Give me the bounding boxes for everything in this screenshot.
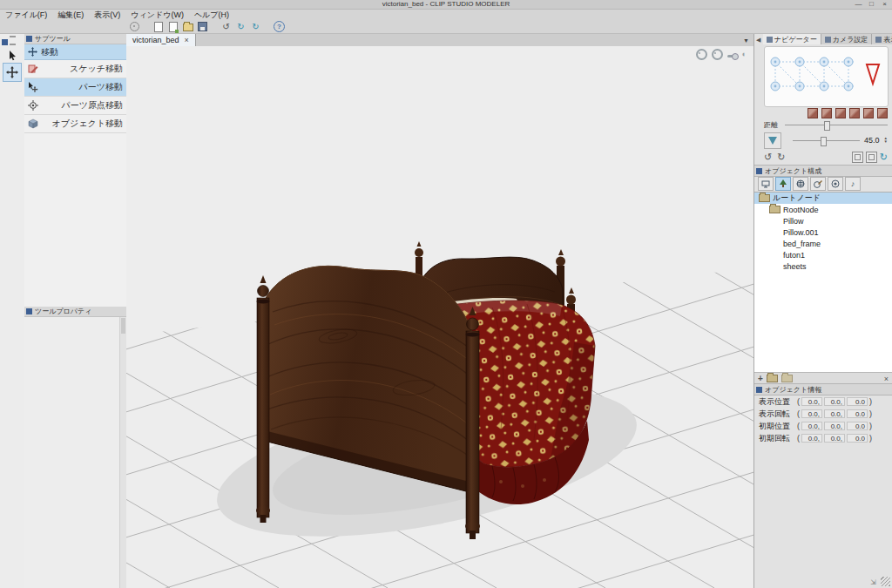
tree-item-bed-frame[interactable]: bed_frame — [754, 238, 892, 249]
3d-scene — [126, 46, 753, 588]
subtool-panel-header[interactable]: サブツール — [24, 34, 126, 44]
subtool-item-object-move[interactable]: オブジェクト移動 — [24, 115, 126, 133]
material-filter-button[interactable] — [810, 177, 826, 191]
subtool-label: スケッチ移動 — [70, 63, 123, 75]
folder-icon — [759, 194, 770, 202]
tool-property-scrollbar[interactable] — [119, 317, 126, 588]
object-info-header[interactable]: オブジェクト情報 — [754, 383, 892, 395]
angle-row: 45.0 ▲ ▼ — [764, 132, 888, 149]
menu-view[interactable]: 表示(V) — [89, 10, 125, 20]
add-node-icon[interactable]: + — [758, 374, 763, 383]
object-composition-header[interactable]: オブジェクト構成 — [754, 165, 892, 177]
reset-view-icon[interactable] — [866, 152, 877, 163]
value-z: 0.0 — [847, 434, 868, 443]
camera-icon — [825, 37, 831, 43]
fit-view-icon[interactable] — [852, 152, 863, 163]
subtool-item-parts-origin-move[interactable]: パーツ原点移動 — [24, 97, 126, 115]
minimize-button[interactable]: — — [853, 0, 864, 9]
menu-file[interactable]: ファイル(F) — [0, 10, 52, 20]
maximize-button[interactable]: □ — [866, 0, 877, 9]
tree-item-futon1[interactable]: futon1 — [754, 249, 892, 260]
distance-slider[interactable] — [785, 121, 888, 129]
toggle-icon[interactable] — [727, 55, 738, 57]
distance-row: 距離 — [764, 120, 888, 130]
info-label: 表示位置 — [759, 396, 795, 408]
mesh-filter-button[interactable] — [793, 177, 808, 191]
tree-toolbar: + × — [754, 372, 892, 384]
tool-strip-header — [0, 34, 24, 47]
tree-item-rootnode[interactable]: RootNode — [754, 204, 892, 215]
save-icon[interactable] — [197, 21, 208, 32]
tab-label: ナビゲーター — [774, 35, 817, 44]
viewport-3d[interactable]: ◐ — [126, 46, 753, 588]
resize-arrow-icon[interactable]: ⇲ — [870, 578, 876, 586]
close-button[interactable]: × — [879, 0, 890, 9]
camera-preset-cube-icon[interactable] — [835, 108, 846, 118]
resize-grip[interactable] — [881, 577, 890, 586]
tab-display-settings[interactable]: 表示設定 — [872, 34, 892, 44]
menu-window[interactable]: ウィンドウ(W) — [125, 10, 189, 20]
angle-spinner[interactable]: ▲ ▼ — [884, 137, 888, 144]
operate-tool-button[interactable] — [3, 46, 21, 64]
tree-item-pillow-001[interactable]: Pillow.001 — [754, 226, 892, 238]
gear-icon[interactable] — [696, 49, 707, 60]
move-tool-button[interactable] — [3, 63, 22, 82]
new-file-icon[interactable] — [152, 21, 164, 32]
undo-view-icon[interactable]: ↺ — [764, 152, 772, 162]
rotate-view-icon[interactable]: ↻ — [880, 152, 888, 162]
tab-navigator[interactable]: ナビゲーター — [763, 34, 821, 44]
redo-icon[interactable]: ↻ — [235, 21, 247, 32]
tool-property-header[interactable]: ツールプロパティ — [24, 307, 126, 317]
menu-help[interactable]: ヘルプ(H) — [189, 10, 234, 20]
undo-icon[interactable]: ↺ — [220, 21, 232, 32]
collapse-panel-icon[interactable]: ◀ — [756, 37, 760, 44]
camera-preset-cube-icon[interactable] — [821, 108, 832, 118]
camera-preset-cube-icon[interactable] — [877, 108, 888, 118]
angle-slider[interactable] — [793, 137, 860, 145]
compass-icon[interactable] — [129, 21, 140, 32]
document-tab[interactable]: victorian_bed × — [126, 34, 196, 46]
node-filter-button[interactable] — [775, 177, 791, 191]
title-bar: victorian_bed - CLIP STUDIO MODELER — □ … — [0, 0, 892, 10]
camera-preset-cube-icon[interactable] — [849, 108, 860, 118]
distance-label: 距離 — [764, 120, 778, 130]
camera-preset-cube-icon[interactable] — [808, 108, 818, 118]
object-composition-title: オブジェクト構成 — [765, 166, 821, 176]
subtool-group-move[interactable]: 移動 — [24, 44, 126, 60]
folder-settings-icon[interactable] — [781, 375, 793, 382]
panel-icon — [756, 387, 762, 393]
shading-icon[interactable]: ◐ — [742, 51, 747, 58]
subtool-panel-title: サブツール — [35, 34, 71, 44]
tab-camera-settings[interactable]: カメラ設定 — [821, 34, 873, 44]
angle-value[interactable]: 45.0 — [864, 136, 880, 145]
right-panel-tabs: ナビゲーター カメラ設定 表示設定 — [763, 34, 892, 44]
subtool-item-sketch-move[interactable]: スケッチ移動 — [24, 60, 126, 78]
new-folder-icon[interactable] — [767, 375, 778, 382]
tab-close-icon[interactable]: × — [185, 36, 189, 44]
panel-menu-icon[interactable] — [2, 39, 8, 45]
subtool-item-parts-move[interactable]: パーツ移動 — [24, 78, 126, 97]
spin-down-icon[interactable]: ▼ — [884, 140, 888, 144]
tab-list-dropdown-icon[interactable]: ▼ — [743, 37, 749, 44]
camera-preset-cube-icon[interactable] — [863, 108, 874, 118]
menu-bar: ファイル(F)編集(E)表示(V)ウィンドウ(W)ヘルプ(H) — [0, 10, 892, 20]
delete-node-icon[interactable]: × — [884, 375, 889, 383]
monitor-filter-button[interactable] — [758, 177, 774, 191]
menu-edit[interactable]: 編集(E) — [52, 10, 89, 20]
document-tab-bar: victorian_bed × ▼ — [126, 34, 753, 47]
info-row-initial-position: 初期位置 ( 0.0, 0.0, 0.0 ) — [754, 420, 892, 432]
layout-filter-button[interactable] — [828, 177, 843, 191]
tree-item-pillow[interactable]: Pillow — [754, 215, 892, 226]
tree-item-sheets[interactable]: sheets — [754, 260, 892, 272]
help-icon[interactable]: ? — [274, 21, 285, 32]
navigator-widget[interactable] — [764, 46, 889, 107]
gear-icon[interactable] — [712, 49, 723, 60]
open-file-icon[interactable] — [182, 21, 193, 32]
redo-view-icon[interactable]: ↻ — [777, 152, 785, 162]
tree-item-root-node[interactable]: ルートノード — [754, 193, 892, 204]
new-from-template-icon[interactable] — [167, 21, 179, 32]
camera-cone-button[interactable] — [764, 132, 781, 149]
refresh-icon[interactable]: ↻ — [250, 21, 261, 32]
bone-filter-button[interactable]: ♪ — [845, 177, 861, 191]
tree-icon — [779, 179, 787, 188]
